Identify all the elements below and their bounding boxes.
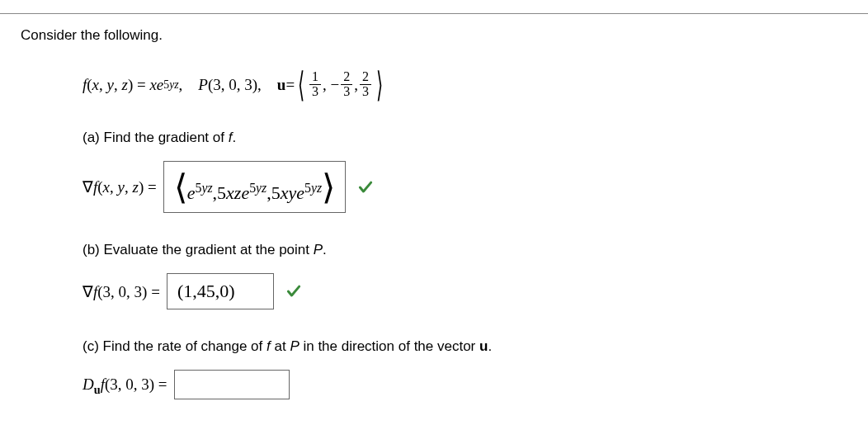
problem-definition: f (x, y, z) = xe 5yz , P (3, 0, 3), u = …	[83, 64, 847, 105]
spacer	[262, 76, 277, 94]
part-a-answer-value: ⟨e5yz,5xze5yz,5xye5yz⟩	[174, 167, 335, 207]
nabla-symbol: ∇	[83, 283, 93, 300]
function-args: (x, y, z) = xe	[87, 76, 163, 94]
part-b-label: (b) Evaluate the gradient at the point P…	[83, 242, 847, 258]
part-b-answer-value: (1,45,0)	[177, 281, 235, 302]
separator: ,	[179, 76, 199, 94]
u-vector: ⟨ 1 3 , − 2 3 , 2 3 ⟩	[295, 64, 386, 105]
part-a-label: (a) Find the gradient of f.	[83, 130, 847, 146]
divider	[0, 13, 868, 14]
part-c-answer-row: Duf(3, 0, 3) =	[83, 370, 847, 399]
part-b-answer-row: ∇f(3, 0, 3) = (1,45,0)	[83, 273, 847, 309]
u-label: u	[277, 76, 286, 94]
part-a-answer-row: ∇f(x, y, z) = ⟨e5yz,5xze5yz,5xye5yz⟩	[83, 161, 847, 213]
check-icon	[285, 283, 302, 300]
point-label: P	[198, 76, 208, 94]
part-c-answer-input[interactable]	[174, 370, 290, 399]
check-icon	[357, 179, 374, 196]
part-c-label: (c) Find the rate of change of f at P in…	[83, 338, 847, 355]
intro-text: Consider the following.	[21, 27, 847, 44]
part-b-answer-input[interactable]: (1,45,0)	[167, 273, 274, 309]
u-eq: =	[285, 76, 295, 94]
part-a-answer-input[interactable]: ⟨e5yz,5xze5yz,5xye5yz⟩	[163, 161, 346, 213]
nabla-symbol: ∇	[83, 178, 93, 196]
point-value: (3, 0, 3),	[208, 76, 262, 94]
